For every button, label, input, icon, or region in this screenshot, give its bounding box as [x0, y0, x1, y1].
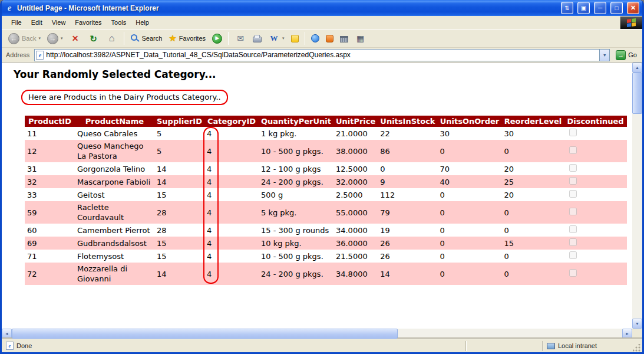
column-header-quantityperunit: QuantityPerUnit [259, 116, 333, 127]
toolbar-separator [228, 32, 229, 45]
horizontal-scroll-thumb[interactable] [12, 329, 398, 339]
discuss-note-icon [291, 35, 299, 42]
address-url[interactable]: http://localhost:3982/ASPNET_Data_Tutori… [46, 51, 599, 59]
scroll-up-button[interactable]: ▲ [632, 63, 642, 73]
close-button[interactable]: ✕ [627, 2, 639, 14]
word-icon: W [268, 34, 280, 43]
table-cell-discontinued [564, 188, 627, 201]
address-input[interactable]: e http://localhost:3982/ASPNET_Data_Tuto… [34, 49, 610, 61]
table-cell: 24 - 200 g pkgs. [259, 175, 333, 188]
table-cell: Queso Cabrales [75, 127, 154, 140]
table-cell: Geitost [75, 188, 154, 201]
address-dropdown-button[interactable]: ▼ [599, 50, 609, 61]
discontinued-checkbox [569, 164, 577, 172]
vertical-scrollbar[interactable]: ▲ ▼ [632, 63, 642, 329]
updown-button[interactable]: ⇅ [561, 2, 573, 14]
discontinued-checkbox [569, 208, 577, 215]
windows-logo-icon [620, 17, 642, 29]
table-cell: Gudbrandsdalsost [75, 237, 154, 250]
table-cell: Raclette Courdavault [75, 201, 154, 224]
table-cell: 28 [154, 224, 204, 237]
table-cell: 15 [154, 250, 204, 263]
column-header-unitsonorder: UnitsOnOrder [438, 116, 502, 127]
table-cell: 34.0000 [333, 224, 378, 237]
orange-box-icon [326, 35, 333, 42]
ie-logo-icon: e [5, 3, 14, 13]
scroll-down-button[interactable]: ▼ [632, 319, 642, 329]
table-cell: 5 [154, 140, 204, 162]
research-button[interactable] [337, 34, 351, 44]
status-bar: e Done Local intranet [2, 339, 642, 352]
table-row: 31Gorgonzola Telino14412 - 100 g pkgs12.… [25, 162, 627, 175]
menu-item-tools[interactable]: Tools [107, 17, 131, 28]
scroll-right-button[interactable]: ► [622, 329, 632, 339]
menu-item-help[interactable]: Help [131, 17, 154, 28]
vertical-scroll-thumb[interactable] [632, 73, 642, 114]
addon-grid-button[interactable]: ▦ [352, 33, 369, 44]
status-main-panel: e Done [3, 340, 465, 351]
menu-item-file[interactable]: File [6, 17, 27, 28]
table-cell-discontinued [564, 162, 627, 175]
discuss-button[interactable] [288, 34, 302, 44]
menu-item-favorites[interactable]: Favorites [70, 17, 106, 28]
column-header-categoryid: CategoryID [204, 116, 259, 127]
go-button[interactable]: → Go [613, 50, 640, 61]
security-zone-panel: Local intranet [542, 341, 632, 351]
discontinued-checkbox [569, 269, 577, 277]
table-cell: Mozzarella di Giovanni [75, 263, 154, 285]
horizontal-scroll-track[interactable] [12, 329, 622, 339]
horizontal-scrollbar[interactable]: ◄ ► [2, 329, 632, 339]
menu-item-view[interactable]: View [47, 17, 71, 28]
table-cell: Queso Manchego La Pastora [75, 140, 154, 162]
discontinued-checkbox [569, 225, 577, 233]
menu-item-edit[interactable]: Edit [27, 17, 47, 28]
security-zone-label: Local intranet [558, 342, 597, 349]
favorites-star-icon: ★ [169, 33, 176, 44]
table-cell: 38.0000 [333, 140, 378, 162]
table-cell: 70 [438, 162, 502, 175]
scrollbar-corner [632, 329, 642, 339]
refresh-button[interactable]: ↻ [85, 33, 103, 44]
resize-grip[interactable] [633, 344, 641, 352]
table-cell: 19 [378, 224, 437, 237]
home-button[interactable]: ⌂ [103, 32, 121, 44]
table-cell: 0 [438, 201, 502, 224]
search-button[interactable]: Search [127, 33, 166, 44]
mail-button[interactable]: ✉ [232, 33, 249, 44]
media-icon: ▶ [212, 34, 222, 44]
table-cell: 0 [502, 201, 564, 224]
table-cell: 14 [154, 175, 204, 188]
maximize-button[interactable]: □ [610, 2, 623, 14]
edit-button[interactable]: W ▾ [265, 32, 288, 44]
status-text: Done [16, 342, 32, 349]
page-content: Your Randomly Selected Category... Here … [2, 63, 632, 329]
restore-button[interactable]: ▣ [577, 2, 590, 14]
favorites-button[interactable]: ★ Favorites [166, 32, 209, 45]
column-header-unitprice: UnitPrice [333, 116, 378, 127]
addon-orange-button[interactable] [323, 34, 336, 44]
scroll-down-icon: ▼ [635, 322, 639, 326]
favorites-label: Favorites [179, 35, 206, 42]
building-icon [340, 36, 348, 42]
table-cell: 69 [25, 237, 75, 250]
media-button[interactable]: ▶ [209, 32, 225, 45]
vertical-scroll-track[interactable] [632, 73, 642, 319]
messenger-button[interactable] [308, 33, 322, 44]
table-cell: 4 [204, 188, 259, 201]
scroll-left-button[interactable]: ◄ [2, 329, 12, 339]
updown-icon: ⇅ [564, 5, 569, 11]
column-header-discontinued: Discontinued [564, 116, 627, 127]
back-button[interactable]: ← Back ▾ [5, 32, 44, 45]
table-cell: 86 [378, 140, 437, 162]
table-cell: 30 [502, 127, 564, 140]
table-cell: 9 [378, 175, 437, 188]
stop-button[interactable]: ✕ [67, 33, 84, 44]
table-cell: 36.0000 [333, 237, 378, 250]
table-cell-discontinued [564, 140, 627, 162]
print-button[interactable] [250, 33, 265, 44]
home-icon: ⌂ [106, 34, 118, 43]
table-cell: Camembert Pierrot [75, 224, 154, 237]
forward-button[interactable]: → ▾ [44, 32, 66, 45]
minimize-button[interactable]: ─ [594, 2, 606, 14]
table-row: 11Queso Cabrales541 kg pkg.21.0000223030 [25, 127, 627, 140]
